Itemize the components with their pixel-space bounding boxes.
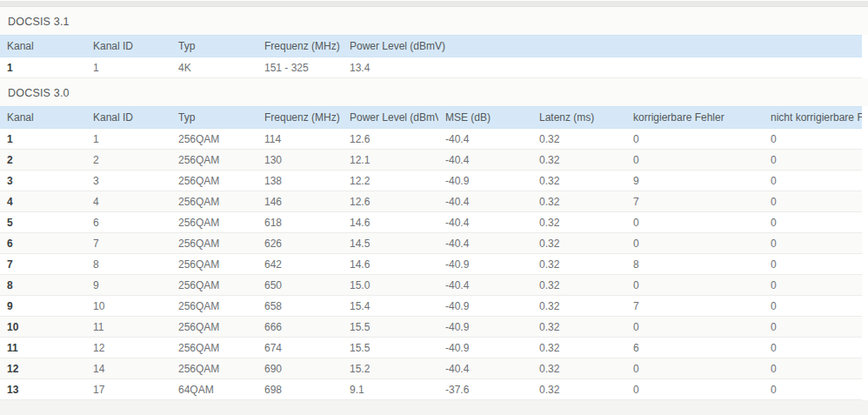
table-cell: 618 [257, 212, 343, 233]
table-cell: 256QAM [171, 191, 257, 212]
table-cell: 256QAM [171, 129, 257, 150]
docsis31-section: DOCSIS 3.1 Kanal Kanal ID Typ Frequenz (… [0, 7, 868, 78]
table-cell: 256QAM [171, 233, 257, 254]
table-cell: 12.6 [343, 191, 438, 212]
table-cell: 4 [86, 191, 171, 212]
table-cell: -40.4 [438, 212, 532, 233]
bottom-divider [0, 400, 868, 415]
table-cell: 0 [626, 129, 764, 150]
table-cell: 9 [86, 275, 171, 296]
table-cell: 9 [0, 296, 86, 317]
table-cell: 1 [0, 57, 86, 78]
docsis-channel-status-page: DOCSIS 3.1 Kanal Kanal ID Typ Frequenz (… [0, 0, 868, 415]
table-cell: 0.32 [532, 171, 626, 191]
table-cell: 151 - 325 [257, 57, 343, 78]
table-cell: 0.32 [532, 129, 626, 150]
table-cell: -40.9 [438, 338, 532, 358]
table-cell: 11 [0, 338, 86, 358]
table-row: 67256QAM62614.5-40.40.3200 [0, 233, 862, 254]
table-cell: 7 [86, 233, 171, 254]
table-row: 1011256QAM66615.5-40.90.3200 [0, 317, 862, 338]
table-cell: 0 [626, 212, 764, 233]
table-cell: 1 [86, 57, 171, 78]
table-cell: 698 [257, 379, 343, 400]
table-cell: 13 [0, 379, 86, 400]
docsis30-section: DOCSIS 3.0 Kanal Kanal ID Typ Frequenz (… [0, 78, 868, 400]
table-row: 131764QAM6989.1-37.60.3200 [0, 379, 862, 400]
table-cell: 674 [257, 338, 343, 358]
table-cell: 0 [764, 191, 862, 212]
table-cell: 5 [0, 212, 86, 233]
table-cell: 642 [257, 254, 343, 275]
table-cell: 12.2 [343, 171, 438, 191]
table-cell: 626 [257, 233, 343, 254]
table-row: 1112256QAM67415.5-40.90.3260 [0, 338, 862, 358]
column-header-frequenz: Frequenz (MHz) [257, 107, 343, 129]
table-cell: 256QAM [171, 275, 257, 296]
table-cell: 256QAM [171, 296, 257, 317]
table-cell: 64QAM [171, 379, 257, 400]
table-row: 56256QAM61814.6-40.40.3200 [0, 212, 862, 233]
table-cell: 146 [257, 191, 343, 212]
table-cell: 8 [86, 254, 171, 275]
docsis31-table: Kanal Kanal ID Typ Frequenz (MHz) Power … [0, 35, 862, 78]
table-cell: 0.32 [532, 275, 626, 296]
table-cell: 0 [626, 275, 764, 296]
table-cell: 15.0 [343, 275, 438, 296]
table-cell: 15.5 [343, 338, 438, 358]
table-cell: 6 [626, 338, 764, 358]
table-cell: 256QAM [171, 171, 257, 191]
table-cell: 2 [0, 150, 86, 171]
column-header-typ: Typ [171, 107, 257, 129]
table-cell: 256QAM [171, 358, 257, 379]
table-cell: 0.32 [532, 254, 626, 275]
table-cell: 10 [86, 296, 171, 317]
table-cell: 0.32 [532, 233, 626, 254]
table-cell: -40.9 [438, 317, 532, 338]
table-cell: 9.1 [343, 379, 438, 400]
table-cell: 0 [626, 317, 764, 338]
table-cell: 15.2 [343, 358, 438, 379]
table-cell: 12 [0, 358, 86, 379]
table-cell: 14 [86, 358, 171, 379]
table-cell: 256QAM [171, 254, 257, 275]
table-row: 78256QAM64214.6-40.90.3280 [0, 254, 862, 275]
table-cell: 13.4 [343, 57, 862, 78]
table-cell: 0.32 [532, 212, 626, 233]
table-cell: 0.32 [532, 358, 626, 379]
table-cell: 12 [86, 338, 171, 358]
table-row: 11256QAM11412.6-40.40.3200 [0, 129, 862, 150]
table-cell: 0.32 [532, 379, 626, 400]
table-cell: 0.32 [532, 296, 626, 317]
table-cell: 15.5 [343, 317, 438, 338]
table-cell: 14.6 [343, 254, 438, 275]
table-cell: 10 [0, 317, 86, 338]
column-header-nicht-korrigierbare-fehler: nicht korrigierbare Fehler [764, 107, 862, 129]
table-cell: 12.1 [343, 150, 438, 171]
column-header-kanal-id: Kanal ID [86, 107, 171, 129]
table-cell: 658 [257, 296, 343, 317]
table-cell: -37.6 [438, 379, 532, 400]
table-cell: 8 [0, 275, 86, 296]
table-cell: -40.4 [438, 233, 532, 254]
column-header-korrigierbare-fehler: korrigierbare Fehler [626, 107, 764, 129]
table-row: 22256QAM13012.1-40.40.3200 [0, 150, 862, 171]
table-row: 114K151 - 32513.4 [0, 57, 862, 78]
docsis30-table-body: 11256QAM11412.6-40.40.320022256QAM13012.… [0, 129, 862, 400]
table-cell: 14.5 [343, 233, 438, 254]
table-cell: 0 [764, 358, 862, 379]
table-cell: 7 [626, 296, 764, 317]
table-cell: -40.4 [438, 275, 532, 296]
table-cell: 12.6 [343, 129, 438, 150]
docsis31-header-row: Kanal Kanal ID Typ Frequenz (MHz) Power … [0, 36, 862, 57]
docsis30-section-title: DOCSIS 3.0 [0, 78, 868, 106]
table-cell: -40.9 [438, 171, 532, 191]
table-cell: 0 [626, 379, 764, 400]
docsis30-table: Kanal Kanal ID Typ Frequenz (MHz) Power … [0, 106, 862, 400]
table-cell: 7 [0, 254, 86, 275]
table-cell: 0 [764, 129, 862, 150]
table-cell: 14.6 [343, 212, 438, 233]
table-cell: 11 [86, 317, 171, 338]
table-cell: 138 [257, 171, 343, 191]
table-cell: 0 [764, 150, 862, 171]
